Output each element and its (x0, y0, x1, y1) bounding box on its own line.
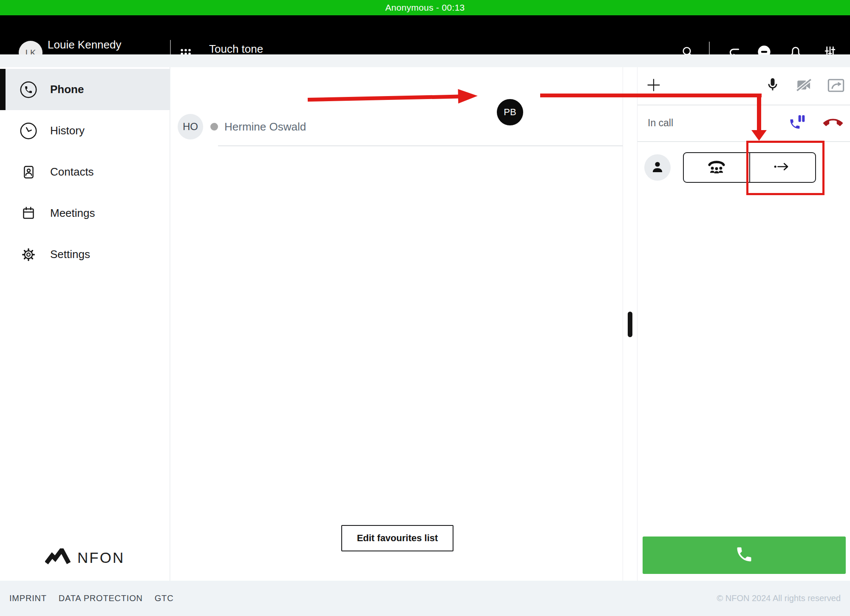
sidebar-label-history: History (50, 124, 85, 137)
sidebar-item-contacts[interactable]: Contacts (0, 151, 170, 193)
hangup-icon (823, 113, 843, 134)
plus-icon (646, 78, 661, 94)
screen-share-icon (827, 78, 845, 94)
sidebar-label-phone: Phone (50, 83, 84, 96)
add-call-button[interactable] (646, 78, 661, 94)
call-panel-divider-top (638, 105, 850, 105)
edit-favourites-button[interactable]: Edit favourites list (341, 525, 453, 551)
call-actions-group (683, 152, 816, 183)
floating-caller-avatar[interactable]: PB (497, 99, 523, 125)
person-icon (650, 159, 665, 176)
app-header: LK Louie Kennedy 210 - App Touch tone (0, 15, 850, 54)
phone-handset-icon (735, 545, 754, 565)
call-button[interactable] (643, 537, 846, 574)
favourite-contact-name[interactable]: Hermine Oswald (224, 120, 306, 133)
footer-copyright: © NFON 2024 All rights reserved (717, 593, 841, 603)
transfer-call-button[interactable] (749, 153, 816, 182)
section-title: Touch tone (209, 43, 263, 56)
gear-icon (19, 245, 38, 264)
sidebar-item-settings[interactable]: Settings (0, 234, 170, 275)
phone-icon (19, 80, 38, 99)
hangup-button[interactable] (823, 114, 843, 133)
conference-call-button[interactable] (684, 153, 749, 182)
nfon-logo: NFON (45, 548, 125, 567)
user-name: Louie Kennedy (48, 38, 121, 51)
history-clock-icon (19, 121, 38, 141)
call-status-label: In call (648, 117, 673, 129)
app-footer: IMPRINT DATA PROTECTION GTC © NFON 2024 … (0, 581, 850, 616)
floating-caller-initials: PB (504, 107, 516, 118)
calendar-icon (19, 204, 38, 223)
panel-resize-handle[interactable] (628, 312, 632, 337)
edit-favourites-label: Edit favourites list (357, 533, 438, 544)
sidebar-label-contacts: Contacts (50, 165, 94, 179)
sidebar-item-history[interactable]: History (0, 110, 170, 151)
navigation-sidebar: Phone History Contacts Mee (0, 67, 170, 581)
camera-off-icon (795, 77, 813, 94)
active-call-banner[interactable]: Anonymous - 00:13 (0, 0, 850, 15)
favourite-row-divider (218, 145, 623, 146)
sidebar-label-settings: Settings (50, 248, 90, 261)
sidebar-item-phone[interactable]: Phone (0, 69, 170, 110)
favourite-contact-avatar[interactable]: HO (178, 114, 203, 139)
sidebar-label-meetings: Meetings (50, 207, 95, 220)
sidebar-item-meetings[interactable]: Meetings (0, 193, 170, 234)
conference-icon (706, 159, 727, 176)
microphone-button[interactable] (765, 77, 781, 94)
transfer-arrow-icon (774, 161, 791, 174)
hold-call-button[interactable] (788, 115, 805, 132)
camera-off-button[interactable] (795, 78, 813, 94)
call-panel (638, 67, 850, 581)
call-participant-avatar[interactable] (644, 154, 671, 181)
footer-links: IMPRINT DATA PROTECTION GTC (9, 593, 173, 603)
presence-indicator (210, 123, 218, 131)
favourites-panel (170, 67, 623, 581)
active-call-banner-text: Anonymous - 00:13 (385, 3, 465, 13)
screen-share-button[interactable] (827, 79, 845, 94)
footer-link-imprint[interactable]: IMPRINT (9, 593, 47, 603)
footer-link-data-protection[interactable]: DATA PROTECTION (59, 593, 143, 603)
nfon-logo-text: NFON (77, 549, 125, 566)
favourite-contact-initials: HO (183, 121, 198, 133)
contact-card-icon (19, 162, 38, 182)
footer-link-gtc[interactable]: GTC (155, 593, 174, 603)
phone-hold-icon (788, 114, 805, 133)
nfon-logo-mark (45, 548, 71, 567)
call-panel-divider-mid (638, 141, 850, 142)
microphone-icon (765, 77, 780, 94)
